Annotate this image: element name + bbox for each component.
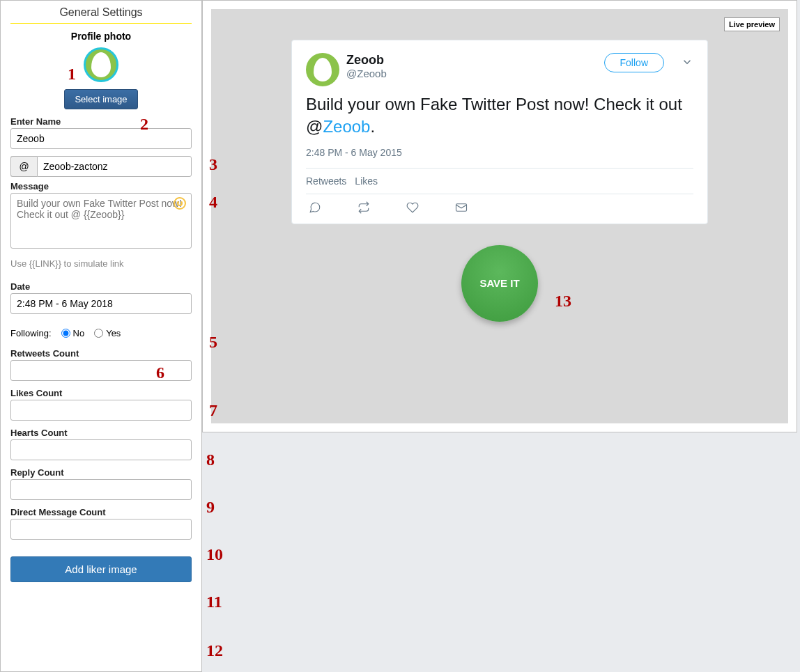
hearts-input[interactable] xyxy=(10,439,192,460)
name-label: Enter Name xyxy=(10,116,192,127)
emoji-picker-icon[interactable] xyxy=(174,197,186,210)
follow-button[interactable]: Follow xyxy=(604,53,664,72)
retweets-label: Retweets Count xyxy=(10,348,192,359)
likes-stat-label: Likes xyxy=(355,175,378,187)
likes-input[interactable] xyxy=(10,400,192,421)
username-prefix: @ xyxy=(10,156,37,177)
dm-input[interactable] xyxy=(10,519,192,540)
chevron-down-icon[interactable] xyxy=(681,56,693,71)
heart-icon[interactable] xyxy=(406,201,419,214)
retweets-input[interactable] xyxy=(10,360,192,381)
select-image-button[interactable]: Select image xyxy=(64,89,137,109)
live-preview-tag: Live preview xyxy=(724,17,780,31)
hearts-label: Hearts Count xyxy=(10,428,192,438)
tweet-text: Build your own Fake Twitter Post now! Ch… xyxy=(306,93,693,139)
section-title: General Settings xyxy=(10,6,192,24)
message-label: Message xyxy=(10,181,192,192)
following-label: Following: xyxy=(10,328,52,338)
retweet-icon[interactable] xyxy=(357,201,370,214)
dm-label: Direct Message Count xyxy=(10,507,192,517)
name-input[interactable] xyxy=(10,128,192,149)
likes-label: Likes Count xyxy=(10,388,192,398)
reply-label: Reply Count xyxy=(10,467,192,478)
username-input[interactable] xyxy=(37,156,192,177)
following-no-radio[interactable] xyxy=(61,329,70,338)
profile-avatar[interactable] xyxy=(84,47,118,82)
tweet-avatar xyxy=(306,53,339,86)
following-no-label: No xyxy=(73,328,85,338)
date-input[interactable] xyxy=(10,293,192,314)
tweet-timestamp: 2:48 PM - 6 May 2015 xyxy=(306,147,693,158)
following-yes-radio[interactable] xyxy=(94,329,103,338)
envelope-icon[interactable] xyxy=(455,201,468,214)
tweet-mention[interactable]: Zeoob xyxy=(323,117,370,136)
following-yes-label: Yes xyxy=(106,328,121,338)
reply-icon[interactable] xyxy=(309,201,321,214)
add-liker-button[interactable]: Add liker image xyxy=(10,556,192,582)
profile-photo-label: Profile photo xyxy=(10,31,192,42)
svg-rect-0 xyxy=(456,204,467,212)
tweet-handle: @Zeoob xyxy=(346,68,597,79)
tweet-display-name: Zeoob xyxy=(346,53,597,68)
settings-sidebar: General Settings Profile photo Select im… xyxy=(0,0,202,672)
tweet-card: Zeoob @Zeoob Follow Build your own Fake … xyxy=(291,40,708,224)
save-button[interactable]: SAVE IT xyxy=(461,245,538,322)
link-hint: Use {{LINK}} to simulate link xyxy=(10,258,192,269)
reply-input[interactable] xyxy=(10,479,192,500)
preview-area: Live preview Zeoob @Zeoob Follow xyxy=(202,0,800,672)
date-label: Date xyxy=(10,281,192,292)
message-textarea[interactable] xyxy=(10,193,192,249)
retweets-stat-label: Retweets xyxy=(306,175,346,187)
